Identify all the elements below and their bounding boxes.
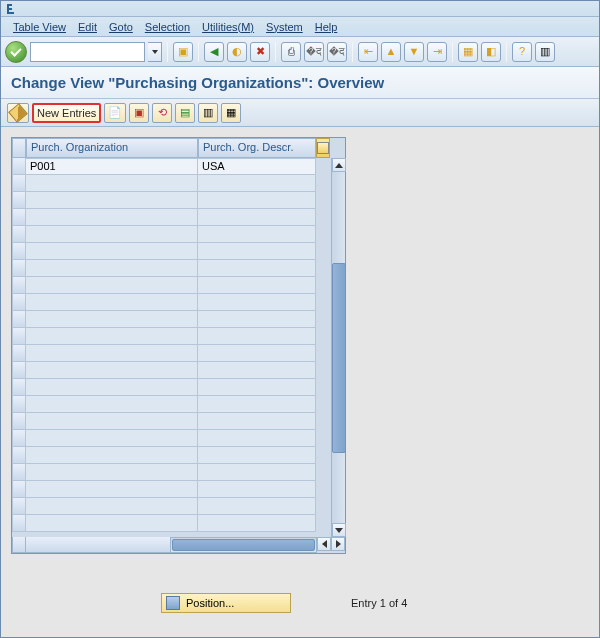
menu-table-view[interactable]: Table View — [13, 21, 66, 33]
print-app-button[interactable]: ▦ — [221, 103, 241, 123]
position-button[interactable]: Position... — [161, 593, 291, 613]
cell-desc[interactable]: USA — [198, 158, 316, 175]
menu-utilities[interactable]: Utilities(M) — [202, 21, 254, 33]
cell-org[interactable] — [26, 277, 198, 294]
cell-desc[interactable] — [198, 498, 316, 515]
header-select-all[interactable] — [12, 138, 26, 158]
row-selector[interactable] — [12, 396, 26, 413]
help-button[interactable]: ? — [512, 42, 532, 62]
cell-desc[interactable] — [198, 413, 316, 430]
cell-desc[interactable] — [198, 260, 316, 277]
row-selector[interactable] — [12, 362, 26, 379]
hscroll-thumb[interactable] — [172, 539, 315, 551]
row-selector[interactable] — [12, 158, 26, 175]
new-entries-button[interactable]: New Entries — [32, 103, 101, 123]
row-selector[interactable] — [12, 311, 26, 328]
cell-org[interactable] — [26, 294, 198, 311]
scroll-right-button[interactable] — [331, 537, 345, 551]
enter-button[interactable] — [5, 41, 27, 63]
exit-button[interactable]: ◐ — [227, 42, 247, 62]
find-button[interactable]: �द — [304, 42, 324, 62]
delete-button[interactable]: ▣ — [129, 103, 149, 123]
cell-org[interactable] — [26, 379, 198, 396]
cell-org[interactable] — [26, 260, 198, 277]
layout-button[interactable]: ▥ — [535, 42, 555, 62]
row-selector[interactable] — [12, 447, 26, 464]
scroll-up-button[interactable] — [332, 158, 346, 172]
shortcut-button[interactable]: ◧ — [481, 42, 501, 62]
last-page-button[interactable]: ⇥ — [427, 42, 447, 62]
save-button[interactable]: ▣ — [173, 42, 193, 62]
row-selector[interactable] — [12, 209, 26, 226]
cell-org[interactable] — [26, 447, 198, 464]
row-selector[interactable] — [12, 243, 26, 260]
row-selector[interactable] — [12, 379, 26, 396]
command-dropdown[interactable] — [148, 42, 162, 62]
cell-desc[interactable] — [198, 209, 316, 226]
cell-desc[interactable] — [198, 464, 316, 481]
table-settings-button[interactable] — [316, 138, 330, 158]
cell-org[interactable] — [26, 209, 198, 226]
cell-desc[interactable] — [198, 430, 316, 447]
row-selector[interactable] — [12, 260, 26, 277]
cell-org[interactable] — [26, 481, 198, 498]
cell-org[interactable] — [26, 515, 198, 532]
horizontal-scrollbar[interactable] — [170, 537, 317, 553]
cell-desc[interactable] — [198, 345, 316, 362]
menu-help[interactable]: Help — [315, 21, 338, 33]
cell-desc[interactable] — [198, 175, 316, 192]
back-button[interactable]: ◀ — [204, 42, 224, 62]
menu-system[interactable]: System — [266, 21, 303, 33]
print-button[interactable]: ⎙ — [281, 42, 301, 62]
cell-org[interactable] — [26, 430, 198, 447]
cell-desc[interactable] — [198, 277, 316, 294]
select-all-button[interactable]: ▤ — [175, 103, 195, 123]
row-selector[interactable] — [12, 413, 26, 430]
row-selector[interactable] — [12, 481, 26, 498]
cell-org[interactable] — [26, 328, 198, 345]
cell-desc[interactable] — [198, 311, 316, 328]
cell-org[interactable] — [26, 396, 198, 413]
cell-desc[interactable] — [198, 243, 316, 260]
cancel-button[interactable]: ✖ — [250, 42, 270, 62]
command-field[interactable] — [30, 42, 145, 62]
menu-goto[interactable]: Goto — [109, 21, 133, 33]
undo-button[interactable]: ⟲ — [152, 103, 172, 123]
first-page-button[interactable]: ⇤ — [358, 42, 378, 62]
row-selector[interactable] — [12, 430, 26, 447]
scroll-thumb[interactable] — [332, 263, 346, 453]
cell-org[interactable] — [26, 311, 198, 328]
column-header-desc[interactable]: Purch. Org. Descr. — [198, 138, 316, 158]
row-selector[interactable] — [12, 464, 26, 481]
cell-desc[interactable] — [198, 396, 316, 413]
cell-desc[interactable] — [198, 481, 316, 498]
cell-org[interactable] — [26, 175, 198, 192]
cell-desc[interactable] — [198, 379, 316, 396]
cell-org[interactable] — [26, 413, 198, 430]
row-selector[interactable] — [12, 515, 26, 532]
find-next-button[interactable]: �द — [327, 42, 347, 62]
row-selector[interactable] — [12, 328, 26, 345]
deselect-all-button[interactable]: ▥ — [198, 103, 218, 123]
copy-button[interactable]: 📄 — [104, 103, 126, 123]
next-page-button[interactable]: ▼ — [404, 42, 424, 62]
cell-org[interactable]: P001 — [26, 158, 198, 175]
row-selector[interactable] — [12, 226, 26, 243]
cell-desc[interactable] — [198, 294, 316, 311]
row-selector[interactable] — [12, 277, 26, 294]
scroll-down-button[interactable] — [332, 523, 346, 537]
cell-desc[interactable] — [198, 328, 316, 345]
prev-page-button[interactable]: ▲ — [381, 42, 401, 62]
menu-edit[interactable]: Edit — [78, 21, 97, 33]
cell-org[interactable] — [26, 243, 198, 260]
menu-selection[interactable]: Selection — [145, 21, 190, 33]
cell-org[interactable] — [26, 464, 198, 481]
vertical-scrollbar[interactable] — [331, 158, 345, 537]
session-icon[interactable] — [5, 2, 19, 16]
column-header-org[interactable]: Purch. Organization — [26, 138, 198, 158]
change-button[interactable] — [7, 103, 29, 123]
cell-desc[interactable] — [198, 362, 316, 379]
cell-org[interactable] — [26, 345, 198, 362]
cell-org[interactable] — [26, 226, 198, 243]
row-selector[interactable] — [12, 345, 26, 362]
